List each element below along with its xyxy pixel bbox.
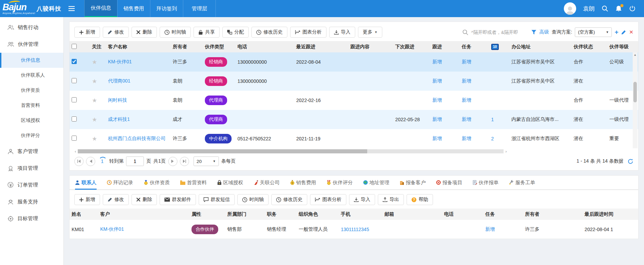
detail-edit-button[interactable]: 修改 [103,194,129,205]
funnel-icon[interactable] [531,30,536,35]
ten-count-link[interactable]: 2 [491,136,494,141]
current-page[interactable]: 1 [98,157,107,166]
tab-partner-order[interactable]: 伙伴报单 [473,175,499,190]
detail-export-button[interactable]: 导出 [378,194,404,205]
table-row[interactable]: ★ 成才科技1 成才 代理商 2022-05-28 新增 新增 1 内蒙古自治区… [70,110,638,129]
customer-link[interactable]: KM-伙伴01 [100,226,124,232]
scheme-add-icon[interactable]: + [615,28,618,36]
tab-sales-expense[interactable]: ¥ 销售费用 [290,175,316,190]
share-button[interactable]: 共享 [194,27,220,38]
task-add-link[interactable]: 新增 [462,59,471,64]
task-add-link[interactable]: 新增 [462,136,471,141]
delete-button[interactable]: 删除 [132,27,157,38]
scrollbar-thumb[interactable] [633,82,637,102]
sidebar-item-partner-qualification[interactable]: 伙伴资质 [0,83,63,98]
sidebar-item-partner-mgmt[interactable]: 伙伴管理 [0,36,63,53]
timeline-button[interactable]: 时间轴 [160,27,191,38]
advanced-search-link[interactable]: 高级 [539,29,549,35]
page-size-select[interactable]: 20▼ [194,156,219,166]
follow-add-link[interactable]: 新增 [432,97,442,103]
partner-name-link[interactable]: 杭州西门点自科技有限公司 [108,136,165,141]
sidebar-item-partner-score[interactable]: 伙伴评分 [0,128,63,143]
sidebar-item-project-mgmt[interactable]: 项目管理 [0,160,63,177]
sidebar-item-target-mgmt[interactable]: 目标管理 [0,210,63,227]
tab-related-company[interactable]: 关联公司 [253,175,280,190]
sidebar-item-partner-contacts[interactable]: 伙伴联系人 [0,68,63,83]
scheme-select[interactable]: (空方案)▼ [575,27,612,37]
import-button[interactable]: 导入 [329,27,355,38]
row-checkbox[interactable] [72,78,77,83]
star-icon[interactable]: ★ [92,59,97,65]
prev-page-icon[interactable] [86,157,95,166]
tab-report-customer[interactable]: 报备客户 [400,175,426,190]
scroll-right-icon[interactable]: › [504,149,508,153]
nav-tab-management[interactable]: 管理层 [183,0,216,17]
row-checkbox[interactable] [72,97,77,102]
horizontal-scrollbar[interactable]: ‹ › [73,149,633,153]
tab-partner-qualification[interactable]: 伙伴资质 [144,175,170,190]
chart-analysis-button[interactable]: 图表分析 [290,27,326,38]
magnifier-icon[interactable] [462,29,468,35]
contact-row[interactable]: KM01 KM-伙伴01 合作伙伴 销售部 销售经理 一般管理人员 130111… [70,220,638,239]
detail-delete-button[interactable]: 删除 [132,194,157,205]
assign-button[interactable]: 分配 [222,27,249,38]
tab-partner-score[interactable]: 伙伴评分 [326,175,353,190]
scroll-left-icon[interactable]: ‹ [73,149,78,153]
star-icon[interactable]: ★ [92,78,97,85]
task-add-link[interactable]: 新增 [462,97,471,103]
table-row[interactable]: ★ 代理商001 袁朗 经销商 13000000000 新增 新增 江苏省苏州市… [70,72,638,91]
mass-mail-button[interactable]: 群发邮件 [160,194,196,205]
avatar[interactable] [564,2,576,15]
scheme-edit-icon[interactable] [621,30,626,35]
star-icon[interactable]: ★ [92,97,97,104]
follow-add-link[interactable]: 新增 [432,59,442,64]
nav-tab-sales-expense[interactable]: 销售费用 [117,0,150,17]
tab-address-mgmt[interactable]: 地址管理 [363,175,389,190]
select-all-checkbox[interactable] [72,44,77,49]
row-checkbox[interactable] [72,59,77,64]
tab-service-ticket[interactable]: 服务工单 [509,175,535,190]
detail-add-button[interactable]: 新增 [74,194,100,205]
sidebar-item-service-support[interactable]: 服务支持 [0,193,63,210]
follow-add-link[interactable]: 新增 [432,78,442,84]
sidebar-item-partner-info[interactable]: 伙伴信息 [0,53,63,68]
task-add-link[interactable]: 新增 [462,116,471,122]
detail-chart-button[interactable]: 图表分析 [310,194,346,205]
search-icon[interactable] [602,5,608,12]
detail-history-button[interactable]: 修改历史 [271,194,307,205]
detail-timeline-button[interactable]: 时间轴 [237,194,269,205]
help-button[interactable]: ? 帮助 [407,194,433,205]
table-row[interactable]: ★ 闲时科技 袁朗 代理商 2022-02-16 新增 新增 合作 一级代理 [70,91,638,110]
sidebar-item-region-authorization[interactable]: 区域授权 [0,113,63,128]
sidebar-item-sales-action[interactable]: 销售行动 [0,19,63,36]
scrollbar-thumb[interactable] [78,149,367,153]
nav-tab-partner-info[interactable]: 伙伴信息 [84,0,117,17]
row-checkbox[interactable] [72,116,77,122]
quick-search-input[interactable] [471,30,529,35]
table-row[interactable]: ★ KM-伙伴01 许三多 经销商 13000000000 2022-08-04… [70,52,638,72]
add-button[interactable]: 新增 [74,27,100,38]
bell-icon[interactable] [615,5,622,12]
sidebar-item-customer-mgmt[interactable]: 客户管理 [0,143,63,160]
hamburger-icon[interactable] [64,6,79,11]
history-button[interactable]: 修改历史 [251,27,287,38]
partner-name-link[interactable]: 成才科技1 [108,116,130,122]
first-page-icon[interactable] [74,157,84,166]
tab-visit-records[interactable]: 拜访记录 [107,175,133,190]
table-row[interactable]: ★ 杭州西门点自科技有限公司 许三多 中介机构 0512-67505222 20… [70,129,638,148]
row-checkbox[interactable] [72,136,77,141]
edit-button[interactable]: 修改 [103,27,129,38]
star-icon[interactable]: ★ [92,136,97,142]
tab-first-materials[interactable]: 首营资料 [180,175,207,190]
follow-add-link[interactable]: 新增 [432,136,442,141]
scheme-delete-icon[interactable]: ✕ [629,29,633,35]
last-page-icon[interactable] [180,157,189,166]
user-name[interactable]: 袁朗 [583,5,595,13]
next-page-icon[interactable] [168,157,177,166]
star-icon[interactable]: ★ [92,116,97,123]
refresh-icon[interactable] [628,159,633,164]
follow-add-link[interactable]: 新增 [432,116,442,122]
more-button[interactable]: 更多▼ [358,27,382,38]
partner-name-link[interactable]: KM-伙伴01 [108,59,132,64]
partner-name-link[interactable]: 代理商001 [108,78,130,84]
